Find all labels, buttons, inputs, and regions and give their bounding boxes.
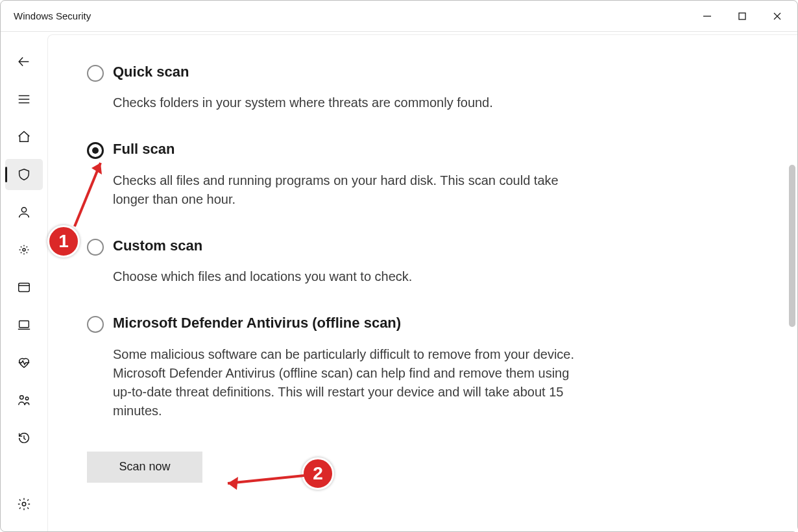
- app-window: Windows Security: [0, 0, 798, 532]
- option-title: Custom scan: [113, 237, 580, 254]
- gear-icon: [17, 497, 31, 511]
- shield-icon: [17, 167, 31, 182]
- option-title: Quick scan: [113, 64, 580, 80]
- nav-firewall[interactable]: [5, 234, 43, 265]
- content-area: Quick scan Checks folders in your system…: [47, 34, 797, 531]
- network-icon: [17, 243, 31, 257]
- svg-point-14: [20, 396, 23, 400]
- svg-point-16: [22, 502, 26, 506]
- nav-device-security[interactable]: [5, 309, 43, 341]
- radio-quick-scan[interactable]: [87, 65, 104, 82]
- app-window-icon: [17, 280, 31, 295]
- nav-family-options[interactable]: [5, 385, 43, 416]
- titlebar: Windows Security: [1, 1, 797, 32]
- svg-point-15: [25, 397, 28, 400]
- radio-custom-scan[interactable]: [87, 239, 104, 256]
- maximize-icon: [738, 12, 747, 21]
- option-desc: Some malicious software can be particula…: [113, 345, 580, 420]
- nav-app-browser[interactable]: [5, 272, 43, 303]
- window-controls: [690, 3, 795, 29]
- minimize-button[interactable]: [690, 3, 725, 29]
- history-icon: [17, 431, 31, 445]
- family-icon: [17, 393, 31, 407]
- back-arrow-icon: [17, 54, 31, 69]
- nav-home[interactable]: [5, 121, 43, 152]
- menu-button[interactable]: [5, 84, 43, 115]
- window-title: Windows Security: [14, 10, 91, 21]
- window-body: Quick scan Checks folders in your system…: [1, 32, 797, 531]
- option-title: Microsoft Defender Antivirus (offline sc…: [113, 315, 580, 332]
- back-button[interactable]: [5, 46, 43, 77]
- nav-settings[interactable]: [5, 489, 43, 520]
- scrollbar-thumb[interactable]: [789, 165, 795, 327]
- nav-account-protection[interactable]: [5, 197, 43, 228]
- nav-device-performance[interactable]: [5, 347, 43, 378]
- home-icon: [17, 130, 31, 144]
- option-offline-scan: Microsoft Defender Antivirus (offline sc…: [87, 315, 758, 420]
- svg-rect-1: [739, 13, 745, 19]
- sidebar: [1, 32, 47, 531]
- svg-point-9: [23, 248, 25, 251]
- option-title: Full scan: [113, 141, 580, 158]
- scan-now-button[interactable]: Scan now: [87, 452, 202, 483]
- option-custom-scan: Custom scan Choose which files and locat…: [87, 237, 758, 286]
- svg-rect-12: [19, 321, 29, 328]
- heart-pulse-icon: [17, 356, 31, 370]
- option-desc: Checks folders in your system where thre…: [113, 93, 580, 112]
- svg-point-8: [21, 208, 26, 212]
- laptop-icon: [17, 318, 31, 332]
- hamburger-icon: [17, 92, 31, 106]
- close-button[interactable]: [760, 3, 795, 29]
- radio-offline-scan[interactable]: [87, 316, 104, 333]
- svg-rect-10: [19, 284, 30, 292]
- option-desc: Choose which files and locations you wan…: [113, 267, 580, 286]
- option-full-scan: Full scan Checks all files and running p…: [87, 141, 758, 208]
- radio-full-scan[interactable]: [87, 142, 104, 159]
- nav-protection-history[interactable]: [5, 422, 43, 453]
- option-quick-scan: Quick scan Checks folders in your system…: [87, 64, 758, 112]
- account-icon: [17, 205, 31, 219]
- minimize-icon: [703, 12, 712, 21]
- maximize-button[interactable]: [725, 3, 760, 29]
- option-desc: Checks all files and running programs on…: [113, 171, 580, 209]
- scan-options: Quick scan Checks folders in your system…: [48, 35, 797, 509]
- close-icon: [773, 12, 782, 21]
- nav-virus-protection[interactable]: [5, 159, 43, 190]
